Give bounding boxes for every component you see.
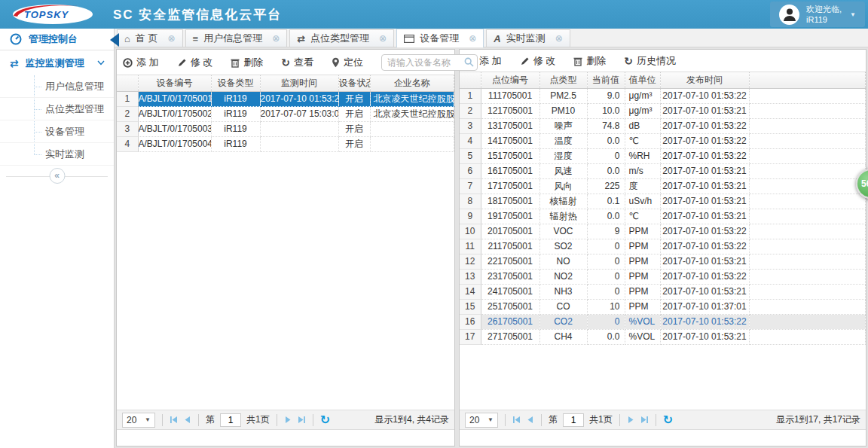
search-input[interactable] [381,54,478,71]
sidebar-item-realtime[interactable]: 实时监测 [0,143,114,166]
column-header[interactable]: 当前值 [587,72,625,88]
table-cell: μg/m³ [625,88,660,103]
table-row[interactable]: 10201705001VOC9PPM2017-07-10 01:53:22 [460,224,866,239]
prev-page-button[interactable] [183,416,191,424]
tab-realtime[interactable]: A 实时监测 ⊗ [486,29,570,47]
next-page-button[interactable] [627,416,635,424]
table-cell: uSv/h [625,194,660,209]
close-icon[interactable]: ⊗ [379,33,387,44]
page-size-select[interactable]: 20 ▼ [465,413,498,428]
table-cell: 2017-07-10 01:53:21 [660,194,749,209]
table-cell: 0 [587,254,625,269]
modify-button[interactable]: 修 改 [520,54,556,68]
delete-button[interactable]: 删除 [231,56,263,69]
row-number-cell: 4 [460,133,481,148]
table-row[interactable]: 4A/BJLT/0/1705004iR119开启 [117,136,454,151]
sidebar-item-device-mgmt[interactable]: 设备管理 [0,120,114,143]
table-cell-empty [749,209,866,224]
locate-button[interactable]: 定位 [332,56,363,69]
column-header[interactable]: 设备类型 [211,75,260,91]
table-row[interactable]: 11211705001SO20PPM2017-07-10 01:53:22 [460,239,866,254]
column-header[interactable]: 点位编号 [481,72,539,88]
modify-button[interactable]: 修 改 [177,56,213,69]
tab-home[interactable]: ⌂ 首 页 ⊗ [117,29,183,47]
table-row[interactable]: 2121705001PM1010.0μg/m³2017-07-10 01:53:… [460,103,866,118]
table-cell: 10.0 [587,103,625,118]
table-cell: iR119 [211,91,260,106]
history-button[interactable]: ↻ 历史情况 [624,54,676,68]
first-page-button[interactable] [170,416,178,424]
dashboard-icon [10,33,22,45]
reload-icon[interactable]: ↻ [663,414,673,426]
sidebar-collapse-arrow-icon[interactable] [110,33,119,47]
view-button-label: 查看 [294,56,313,69]
user-menu[interactable]: 欢迎光临, iR119 ▼ [770,2,865,27]
table-cell: 201705001 [481,224,539,239]
table-cell: 241705001 [481,284,539,299]
table-row[interactable]: 3A/BJLT/0/1705003iR119开启 [117,121,454,136]
table-row[interactable]: 16261705001CO20%VOL2017-07-10 01:53:22 [460,314,866,329]
column-header[interactable]: 设备编号 [138,75,211,91]
topsky-logo: TOPSKY [9,4,93,25]
table-row[interactable]: 1111705001PM2.59.0μg/m³2017-07-10 01:53:… [460,88,866,103]
close-icon[interactable]: ⊗ [167,33,175,44]
prev-page-button[interactable] [526,416,534,424]
table-row[interactable]: 3131705001噪声74.8dB2017-07-10 01:53:22 [460,118,866,133]
add-button-label: 添 加 [479,54,502,68]
table-row[interactable]: 4141705001温度0.0℃2017-07-10 01:53:22 [460,133,866,148]
table-cell: 231705001 [481,269,539,284]
table-cell: CH4 [539,329,587,344]
table-row[interactable]: 17271705001CH40.0%VOL2017-07-10 01:53:21 [460,329,866,344]
reload-icon[interactable]: ↻ [320,414,330,426]
last-page-button[interactable] [640,416,649,424]
page-number-input[interactable] [220,413,241,427]
table-cell: 225 [587,178,625,194]
table-row[interactable]: 6161705001风速0.0m/s2017-07-10 01:53:21 [460,163,866,178]
caret-down-icon[interactable]: ▼ [850,11,856,18]
page-number-input[interactable] [563,413,584,427]
sidebar-item-monitor-mgmt[interactable]: ⇄ 监控监测管理 [0,50,114,75]
first-page-button[interactable] [512,416,521,424]
row-number-cell: 2 [460,103,481,118]
column-header[interactable]: 值单位 [625,72,660,88]
close-icon[interactable]: ⊗ [272,33,280,44]
table-row[interactable]: 5151705001湿度0%RH2017-07-10 01:53:22 [460,148,866,163]
device-search [381,54,478,71]
column-header[interactable]: 企业名称 [370,75,454,91]
last-page-button[interactable] [298,416,306,424]
table-row[interactable]: 13231705001NO20PPM2017-07-10 01:53:22 [460,269,866,284]
add-button[interactable]: 添 加 [123,56,159,69]
table-row[interactable]: 1A/BJLT/0/1705001iR1192017-07-10 01:53:2… [117,91,454,106]
refresh-icon: ↻ [624,56,633,66]
table-row[interactable]: 7171705001风向225度2017-07-10 01:53:21 [460,178,866,194]
table-row[interactable]: 9191705001辐射热0.0℃2017-07-10 01:53:21 [460,209,866,224]
page-size-select[interactable]: 20 ▼ [122,413,155,428]
next-page-button[interactable] [284,416,292,424]
device-panel: 添 加 修 改 [116,49,455,446]
table-cell-empty [749,133,866,148]
tab-user-info[interactable]: ≡ 用户信息管理 ⊗ [185,29,288,47]
sidebar-collapse-bar[interactable]: « [0,167,114,187]
table-row[interactable]: 2A/BJLT/0/1705002iR1192017-07-07 15:03:0… [117,106,454,121]
row-number-cell: 1 [117,91,138,106]
close-icon[interactable]: ⊗ [555,33,563,44]
sidebar-item-point-type[interactable]: 点位类型管理 [0,98,114,120]
table-row[interactable]: 14241705001NH30PPM2017-07-10 01:53:21 [460,284,866,299]
column-header[interactable]: 发布时间 [660,72,749,88]
table-row[interactable]: 12221705001NO0PPM2017-07-10 01:53:21 [460,254,866,269]
sidebar-item-console[interactable]: 管理控制台 [0,29,114,50]
column-header[interactable]: 设备状态 [338,75,370,91]
column-header[interactable]: 监测时间 [260,75,338,91]
column-header[interactable]: 点类型 [539,72,587,88]
collapse-icon[interactable]: « [49,168,65,184]
close-icon[interactable]: ⊗ [469,33,476,44]
table-row[interactable]: 15251705001CO10PPM2017-07-10 01:37:01 [460,299,866,314]
table-row[interactable]: 8181705001核辐射0.1uSv/h2017-07-10 01:53:21 [460,194,866,209]
search-icon[interactable] [464,57,474,67]
table-cell-empty [749,284,866,299]
tab-device-mgmt[interactable]: 设备管理 ⊗ [396,28,484,47]
delete-button[interactable]: 删除 [573,54,606,68]
view-button[interactable]: ↻ 查看 [281,56,313,69]
sidebar-item-user-info[interactable]: 用户信息管理 [0,75,114,98]
tab-point-type[interactable]: ⇄ 点位类型管理 ⊗ [289,29,394,47]
